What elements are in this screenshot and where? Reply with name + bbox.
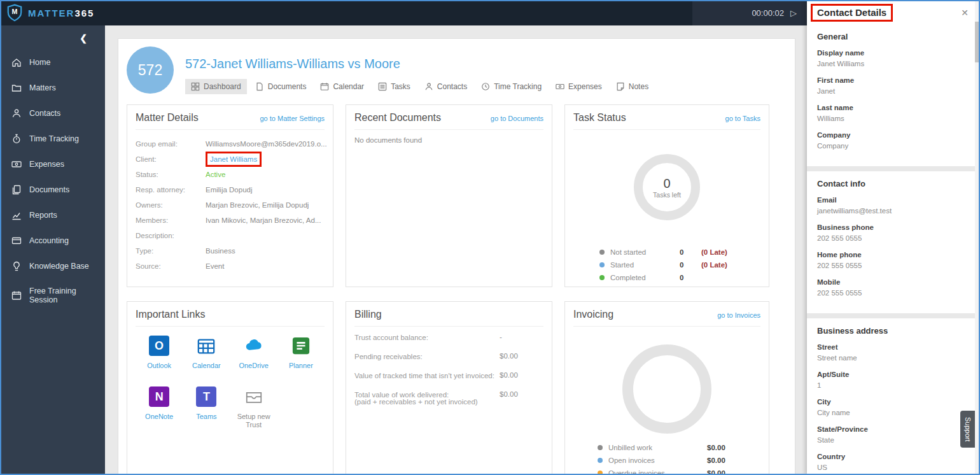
person-icon bbox=[424, 82, 433, 91]
card-title: Task Status bbox=[573, 112, 626, 124]
sidebar-item-reports[interactable]: Reports bbox=[0, 202, 105, 228]
sidebar-item-time-tracking[interactable]: Time Tracking bbox=[0, 126, 105, 152]
completed-dot bbox=[599, 275, 605, 280]
not-started-dot bbox=[599, 250, 605, 255]
onedrive-icon bbox=[244, 336, 264, 356]
calendar-app-icon bbox=[196, 336, 216, 356]
group-email-value: WilliamsvsMoore@m365dev2019.o... bbox=[206, 136, 327, 152]
link-onedrive[interactable]: OneDrive bbox=[230, 336, 277, 370]
contact-details-panel: Contact Details ✕ General Display nameJa… bbox=[807, 0, 980, 475]
onenote-icon: N bbox=[149, 386, 169, 407]
no-documents-text: No documents found bbox=[354, 136, 543, 144]
sidebar-item-label: Expenses bbox=[29, 160, 64, 169]
tab-expenses[interactable]: Expenses bbox=[550, 79, 608, 94]
banknote-icon bbox=[11, 159, 22, 169]
matter-title: 572-Janet Williams-Williams vs Moore bbox=[185, 57, 654, 71]
matter-header: 572 572-Janet Williams-Williams vs Moore… bbox=[127, 46, 787, 94]
outlook-icon: O bbox=[149, 336, 169, 356]
play-icon[interactable]: ▷ bbox=[790, 8, 797, 18]
documents-icon bbox=[11, 185, 22, 195]
client-annotation-box: Janet Williams bbox=[206, 152, 262, 167]
recent-documents-card: Recent Documents go to Documents No docu… bbox=[346, 104, 552, 287]
invoicing-card: Invoicing go to Invoices Unbilled work$0… bbox=[564, 301, 769, 475]
lightbulb-icon bbox=[11, 261, 22, 271]
go-to-documents-link[interactable]: go to Documents bbox=[491, 115, 543, 122]
contact-panel-header: Contact Details ✕ bbox=[807, 0, 980, 24]
sidebar-item-expenses[interactable]: Expenses bbox=[0, 152, 105, 177]
sidebar-item-home[interactable]: Home bbox=[0, 50, 105, 75]
sidebar-item-knowledge-base[interactable]: Knowledge Base bbox=[0, 253, 105, 279]
support-tab[interactable]: Support bbox=[960, 411, 975, 448]
sidebar-item-documents[interactable]: Documents bbox=[0, 177, 105, 202]
title-annotation-box: Contact Details bbox=[811, 4, 893, 22]
timer-value: 00:00:02 bbox=[752, 8, 784, 18]
brand-logo: M MATTER365 bbox=[0, 4, 94, 22]
started-dot bbox=[599, 262, 605, 267]
link-teams[interactable]: T Teams bbox=[183, 386, 230, 429]
card-title: Invoicing bbox=[573, 309, 613, 320]
legend-row: Unbilled work$0.00 bbox=[598, 441, 736, 454]
contact-panel-body: General Display nameJanet Williams First… bbox=[807, 24, 980, 475]
link-onenote[interactable]: N OneNote bbox=[136, 386, 183, 429]
timer[interactable]: 00:00:02 ▷ bbox=[692, 0, 807, 25]
tab-calendar[interactable]: Calendar bbox=[314, 79, 370, 94]
scrollbar-thumb[interactable] bbox=[975, 22, 980, 62]
matter-tabs: Dashboard Documents Calendar Tasks bbox=[185, 79, 654, 94]
go-to-tasks-link[interactable]: go to Tasks bbox=[725, 115, 760, 122]
main-area: 572 572-Janet Williams-Williams vs Moore… bbox=[105, 25, 807, 475]
home-icon bbox=[11, 57, 22, 67]
tab-tasks[interactable]: Tasks bbox=[372, 79, 416, 94]
link-setup-new-trust[interactable]: Setup new Trust bbox=[230, 386, 277, 429]
close-icon[interactable]: ✕ bbox=[961, 8, 969, 18]
shield-logo-icon: M bbox=[6, 4, 23, 22]
sidebar-item-label: Home bbox=[29, 58, 50, 67]
sidebar-item-matters[interactable]: Matters bbox=[0, 75, 105, 101]
folder-icon bbox=[11, 83, 22, 93]
link-calendar[interactable]: Calendar bbox=[183, 336, 230, 370]
matter-details-card: Matter Details go to Matter Settings Gro… bbox=[127, 104, 333, 287]
legend-row: Open invoices$0.00 bbox=[598, 454, 736, 467]
panel-scrollbar[interactable] bbox=[975, 0, 980, 475]
sidebar-item-label: Matters bbox=[29, 83, 56, 92]
card-title: Important Links bbox=[136, 309, 205, 320]
planner-icon bbox=[291, 336, 311, 356]
sidebar-item-label: Free Training Session bbox=[29, 287, 105, 304]
billing-card: Billing Trust account balance:- Pending … bbox=[346, 301, 552, 475]
legend-row: Not started0(0 Late) bbox=[599, 246, 734, 259]
calendar-icon bbox=[320, 82, 329, 91]
tab-documents[interactable]: Documents bbox=[249, 79, 312, 94]
client-link[interactable]: Janet Williams bbox=[210, 155, 257, 163]
document-icon bbox=[255, 82, 264, 91]
sidebar-item-contacts[interactable]: Contacts bbox=[0, 101, 105, 126]
unbilled-dot bbox=[598, 445, 603, 450]
card-title: Matter Details bbox=[136, 112, 199, 124]
svg-text:M: M bbox=[12, 8, 18, 15]
tab-dashboard[interactable]: Dashboard bbox=[185, 79, 247, 94]
tab-time-tracking[interactable]: Time Tracking bbox=[475, 79, 547, 94]
go-to-matter-settings-link[interactable]: go to Matter Settings bbox=[260, 115, 325, 122]
tasks-icon bbox=[378, 82, 387, 91]
sidebar-item-label: Contacts bbox=[29, 109, 60, 118]
sidebar-item-free-training[interactable]: Free Training Session bbox=[0, 279, 105, 312]
contact-panel-title: Contact Details bbox=[817, 7, 886, 18]
sidebar-item-label: Accounting bbox=[29, 236, 69, 245]
sidebar-item-accounting[interactable]: Accounting bbox=[0, 228, 105, 253]
tab-notes[interactable]: Notes bbox=[610, 79, 654, 94]
go-to-invoices-link[interactable]: go to Invoices bbox=[717, 311, 760, 319]
link-planner[interactable]: Planner bbox=[277, 336, 325, 370]
card-icon bbox=[11, 236, 22, 246]
tab-contacts[interactable]: Contacts bbox=[419, 79, 473, 94]
task-status-legend: Not started0(0 Late) Started0(0 Late) Co… bbox=[599, 246, 734, 284]
section-general: General Display nameJanet Williams First… bbox=[807, 24, 975, 166]
legend-row: Overdue invoices$0.00 bbox=[598, 467, 736, 475]
brand-text: MATTER365 bbox=[28, 8, 94, 18]
note-icon bbox=[616, 82, 625, 91]
status-badge: Active bbox=[206, 167, 225, 182]
calendar-icon bbox=[11, 290, 22, 301]
matter-avatar: 572 bbox=[127, 46, 174, 94]
sidebar-item-label: Reports bbox=[29, 211, 57, 220]
card-title: Recent Documents bbox=[354, 112, 441, 124]
sidebar-item-label: Time Tracking bbox=[29, 134, 79, 143]
sidebar-collapse-button[interactable]: ❮ bbox=[0, 25, 105, 50]
link-outlook[interactable]: O Outlook bbox=[136, 336, 183, 370]
